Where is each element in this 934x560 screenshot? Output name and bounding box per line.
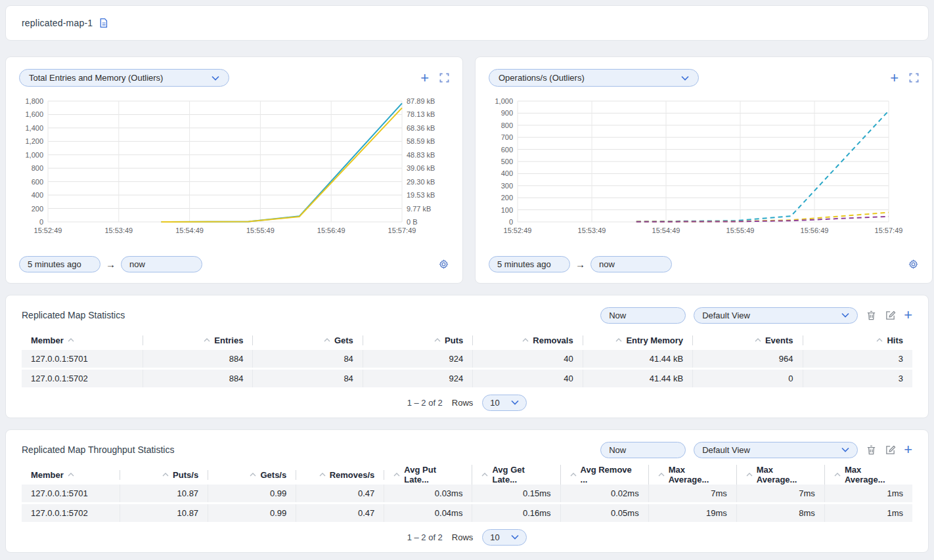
pagination-range: 1 – 2 of 2	[407, 398, 443, 408]
add-chart-button[interactable]: +	[420, 72, 429, 84]
table-view-select[interactable]: Default View	[694, 442, 858, 458]
operations-chart-card: Operations/s (Outliers) + 1,000900800700…	[475, 56, 933, 284]
time-from-input[interactable]	[489, 256, 570, 272]
column-header-gets-s[interactable]: Gets/s	[208, 470, 296, 480]
time-to-input[interactable]	[590, 256, 672, 272]
table-title: Replicated Map Statistics	[22, 310, 125, 320]
value-cell: 84	[253, 370, 363, 387]
rows-label: Rows	[452, 532, 474, 542]
svg-text:300: 300	[501, 182, 513, 190]
chevron-down-icon	[511, 400, 519, 405]
table-row[interactable]: 127.0.0.1:5702884849244041.44 kB03	[22, 370, 912, 387]
value-cell: 84	[253, 350, 363, 368]
member-cell: 127.0.0.1:5701	[22, 350, 143, 368]
column-header-events[interactable]: Events	[693, 335, 803, 345]
time-from-input[interactable]	[19, 256, 100, 272]
column-header-entry-memory[interactable]: Entry Memory	[583, 335, 693, 345]
sort-caret-icon	[615, 338, 622, 342]
add-chart-button[interactable]: +	[890, 72, 899, 84]
value-cell: 884	[143, 350, 253, 368]
edit-view-icon[interactable]	[885, 444, 896, 456]
svg-text:15:53:49: 15:53:49	[104, 226, 133, 234]
table-row[interactable]: 127.0.0.1:570210.870.990.470.04ms0.16ms0…	[22, 504, 912, 522]
svg-text:800: 800	[32, 164, 43, 172]
sort-caret-icon	[570, 473, 577, 477]
chevron-down-icon	[681, 75, 689, 81]
fullscreen-icon[interactable]	[909, 73, 919, 83]
member-cell: 127.0.0.1:5702	[22, 370, 143, 387]
svg-text:15:57:49: 15:57:49	[875, 226, 903, 234]
fullscreen-icon[interactable]	[439, 73, 449, 83]
rows-per-page-select[interactable]: 10	[482, 395, 527, 411]
gear-icon[interactable]	[908, 259, 919, 270]
svg-text:68.36 kB: 68.36 kB	[407, 124, 435, 132]
table-time-input[interactable]	[600, 307, 686, 324]
column-header-removals[interactable]: Removals	[473, 335, 583, 345]
page: replicated-map-1 Total Entries and Memor…	[0, 0, 934, 558]
value-cell: 40	[473, 370, 583, 387]
time-to-input[interactable]	[121, 256, 202, 272]
svg-text:1,400: 1,400	[25, 124, 43, 132]
table-header-row: MemberPuts/sGets/sRemoves/sAvg Put Late.…	[22, 467, 912, 483]
column-header-puts-s[interactable]: Puts/s	[120, 470, 208, 480]
value-cell: 884	[143, 370, 253, 387]
chart-metric-select[interactable]: Operations/s (Outliers)	[489, 69, 699, 87]
table-row[interactable]: 127.0.0.1:570110.870.990.470.03ms0.15ms0…	[22, 485, 912, 502]
svg-text:1,600: 1,600	[25, 110, 43, 118]
column-header-avg-put-late[interactable]: Avg Put Late...	[384, 465, 472, 485]
sort-caret-icon	[68, 473, 74, 477]
svg-text:200: 200	[501, 194, 513, 202]
column-header-hits[interactable]: Hits	[803, 335, 912, 345]
chevron-down-icon	[841, 447, 849, 452]
add-table-button[interactable]: +	[904, 444, 912, 456]
svg-text:15:54:49: 15:54:49	[652, 226, 680, 234]
delete-view-icon[interactable]	[866, 310, 877, 321]
column-header-member[interactable]: Member	[22, 335, 143, 345]
column-header-puts[interactable]: Puts	[363, 335, 473, 345]
value-cell: 41.44 kB	[583, 350, 693, 368]
value-cell: 0.99	[208, 504, 296, 522]
value-cell: 19ms	[649, 504, 737, 522]
svg-text:48.83 kB: 48.83 kB	[407, 151, 435, 159]
sort-caret-icon	[876, 338, 883, 342]
add-table-button[interactable]: +	[904, 309, 912, 321]
view-select-label: Default View	[702, 311, 750, 320]
entries-memory-line-chart: 1,80087.89 kB1,60078.13 kB1,40068.36 kB1…	[19, 95, 449, 240]
rows-per-page-select[interactable]: 10	[482, 529, 527, 546]
svg-text:15:56:49: 15:56:49	[801, 226, 829, 234]
view-select-label: Default View	[702, 445, 750, 455]
delete-view-icon[interactable]	[866, 444, 877, 456]
column-header-member[interactable]: Member	[22, 470, 120, 480]
chart-metric-select[interactable]: Total Entries and Memory (Outliers)	[19, 69, 229, 87]
value-cell: 1ms	[825, 485, 912, 502]
gear-icon[interactable]	[438, 259, 449, 270]
svg-text:15:54:49: 15:54:49	[175, 226, 204, 234]
svg-text:15:52:49: 15:52:49	[504, 226, 532, 234]
replicated-map-throughput-statistics-card: Replicated Map Throughput Statistics Def…	[5, 429, 929, 553]
column-header-entries[interactable]: Entries	[143, 335, 253, 345]
svg-text:1,000: 1,000	[25, 151, 43, 159]
svg-text:700: 700	[501, 133, 513, 141]
svg-text:15:57:49: 15:57:49	[388, 226, 416, 234]
value-cell: 0.99	[208, 485, 296, 502]
svg-text:400: 400	[32, 191, 43, 199]
value-cell: 0	[693, 370, 803, 387]
svg-text:15:53:49: 15:53:49	[578, 226, 606, 234]
table-row[interactable]: 127.0.0.1:5701884849244041.44 kB9643	[22, 350, 912, 368]
column-header-max-average[interactable]: Max Average...	[737, 465, 825, 485]
value-cell: 41.44 kB	[583, 370, 693, 387]
replicated-map-statistics-card: Replicated Map Statistics Default View +…	[5, 295, 929, 418]
table-view-select[interactable]: Default View	[694, 307, 858, 324]
value-cell: 10.87	[120, 504, 208, 522]
column-header-gets[interactable]: Gets	[253, 335, 363, 345]
column-header-avg-remove[interactable]: Avg Remove ...	[561, 465, 649, 485]
edit-view-icon[interactable]	[885, 310, 896, 321]
column-header-max-average[interactable]: Max Average...	[649, 465, 737, 485]
svg-text:39.06 kB: 39.06 kB	[407, 164, 435, 172]
column-header-max-average[interactable]: Max Average...	[825, 465, 912, 485]
table-time-input[interactable]	[600, 442, 686, 458]
column-header-removes-s[interactable]: Removes/s	[296, 470, 384, 480]
value-cell: 0.47	[296, 485, 384, 502]
column-header-avg-get-late[interactable]: Avg Get Late...	[472, 465, 560, 485]
arrow-right-icon: →	[575, 259, 585, 270]
